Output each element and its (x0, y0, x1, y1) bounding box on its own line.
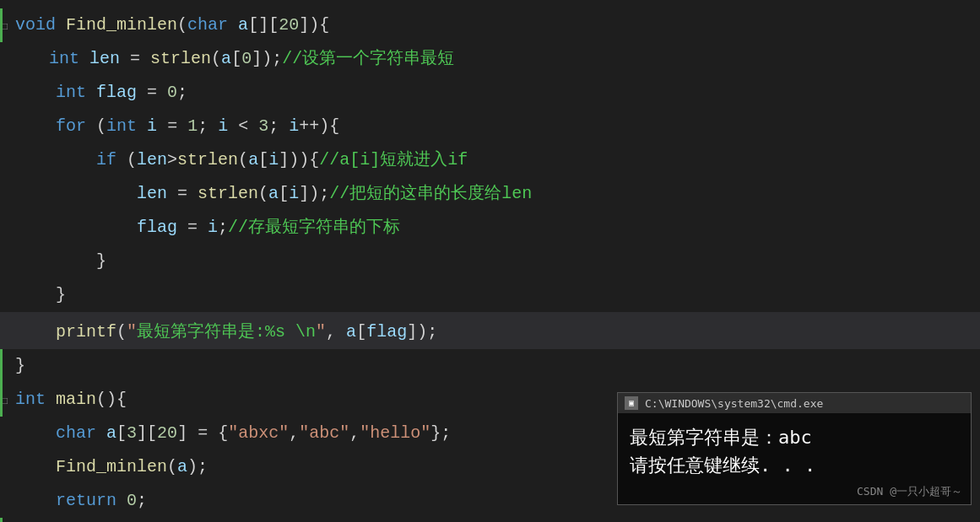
terminal-window: ▣ C:\WINDOWS\system32\cmd.exe 最短第字符串是：ab… (617, 392, 972, 505)
code-line-3: int flag = 0; (0, 76, 980, 110)
terminal-watermark: CSDN @一只小超哥～ (857, 484, 962, 499)
code-content-6: len = strlen(a[i]);//把短的这串的长度给len (15, 179, 980, 209)
code-content-3: int flag = 0; (15, 78, 980, 108)
code-line-5: if (len>strlen(a[i])){//a[i]短就进入if (0, 143, 980, 177)
code-content-2: int len = strlen(a[0]);//设第一个字符串最短 (15, 44, 980, 74)
code-content-11: printf("最短第字符串是:%s \n", a[flag]); (15, 317, 980, 347)
fold-icon-13[interactable]: □ (0, 396, 15, 407)
terminal-line-2: 请按任意键继续. . . (630, 451, 959, 479)
code-line-1: □ void Find_minlen(char a[][20]){ (0, 8, 980, 42)
code-editor: □ void Find_minlen(char a[][20]){ int le… (0, 0, 980, 522)
fold-icon-1[interactable]: □ (0, 21, 15, 33)
code-content-8: } (15, 246, 980, 277)
code-line-7: flag = i;//存最短字符串的下标 (0, 211, 980, 245)
terminal-icon: ▣ (625, 396, 638, 410)
code-content-9: } (15, 280, 980, 310)
terminal-output: 最短第字符串是：abc 请按任意键继续. . . (630, 423, 959, 479)
code-line-17: } (0, 518, 980, 522)
code-content-12: } (15, 351, 980, 381)
code-content-5: if (len>strlen(a[i])){//a[i]短就进入if (15, 145, 980, 175)
terminal-titlebar: ▣ C:\WINDOWS\system32\cmd.exe (618, 393, 971, 413)
code-line-11: printf("最短第字符串是:%s \n", a[flag]); (0, 315, 980, 349)
code-line-4: for (int i = 1; i < 3; i++){ (0, 110, 980, 143)
code-line-9: } (0, 278, 980, 312)
code-line-8: } (0, 245, 980, 278)
terminal-line-1: 最短第字符串是：abc (630, 423, 959, 451)
code-line-6: len = strlen(a[i]);//把短的这串的长度给len (0, 177, 980, 211)
code-line-12: } (0, 349, 980, 383)
code-content-7: flag = i;//存最短字符串的下标 (15, 213, 980, 243)
terminal-title: C:\WINDOWS\system32\cmd.exe (645, 397, 823, 410)
code-line-2: int len = strlen(a[0]);//设第一个字符串最短 (0, 42, 980, 76)
code-content-1: void Find_minlen(char a[][20]){ (15, 10, 980, 40)
code-content-4: for (int i = 1; i < 3; i++){ (15, 111, 980, 142)
